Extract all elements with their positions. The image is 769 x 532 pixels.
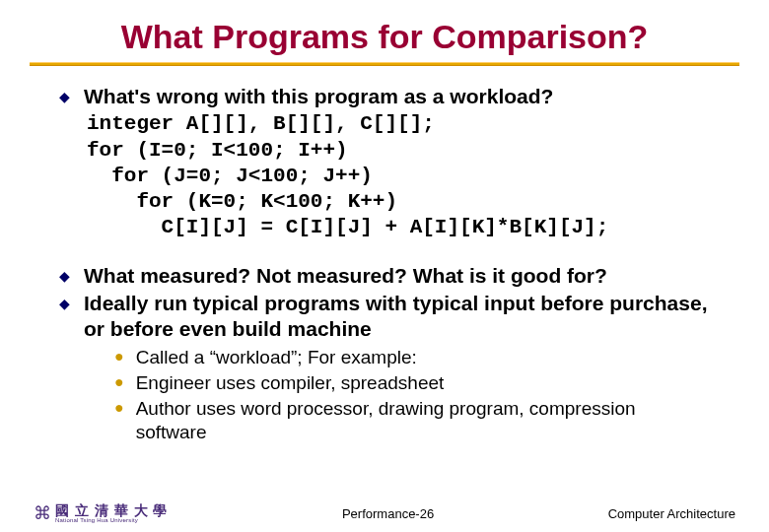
sub-item-1: ● Called a “workload”; For example: xyxy=(114,346,710,370)
footer: ⌘ 國 立 清 華 大 學 National Tsing Hua Univers… xyxy=(0,502,769,524)
logo-text: 國 立 清 華 大 學 National Tsing Hua Universit… xyxy=(55,503,168,523)
sub-item-2: ● Engineer uses compiler, spreadsheet xyxy=(114,371,710,396)
sub-1-text: Called a “workload”; For example: xyxy=(136,346,417,370)
code-block: integer A[][], B[][], C[][]; for (I=0; I… xyxy=(87,111,710,240)
slide-content: ◆ What's wrong with this program as a wo… xyxy=(30,84,739,445)
slide: What Programs for Comparison? ◆ What's w… xyxy=(0,0,769,445)
title-rule xyxy=(30,62,739,66)
sub-item-3: ● Author uses word processor, drawing pr… xyxy=(114,397,710,445)
sub-3-text: Author uses word processor, drawing prog… xyxy=(136,397,710,445)
logo-mark-icon: ⌘ xyxy=(34,502,49,524)
university-logo: ⌘ 國 立 清 華 大 學 National Tsing Hua Univers… xyxy=(34,502,168,524)
diamond-icon: ◆ xyxy=(59,268,70,284)
bullet-3: ◆ Ideally run typical programs with typi… xyxy=(59,291,710,343)
logo-chinese: 國 立 清 華 大 學 xyxy=(55,503,168,517)
dot-icon: ● xyxy=(114,399,124,417)
diamond-icon: ◆ xyxy=(59,89,70,104)
bullet-1: ◆ What's wrong with this program as a wo… xyxy=(59,84,710,109)
logo-english: National Tsing Hua University xyxy=(55,517,168,523)
course-name: Computer Architecture xyxy=(608,506,735,521)
dot-icon: ● xyxy=(114,348,124,366)
bullet-1-text: What's wrong with this program as a work… xyxy=(84,84,553,109)
slide-number: Performance-26 xyxy=(342,506,434,521)
bullet-2: ◆ What measured? Not measured? What is i… xyxy=(59,263,710,289)
sub-2-text: Engineer uses compiler, spreadsheet xyxy=(136,371,445,396)
slide-title: What Programs for Comparison? xyxy=(30,18,739,56)
diamond-icon: ◆ xyxy=(59,296,70,311)
bullet-2-text: What measured? Not measured? What is it … xyxy=(84,263,607,289)
bullet-3-text: Ideally run typical programs with typica… xyxy=(84,291,710,343)
dot-icon: ● xyxy=(114,373,124,391)
sub-list: ● Called a “workload”; For example: ● En… xyxy=(114,346,710,445)
spacer xyxy=(59,241,710,263)
